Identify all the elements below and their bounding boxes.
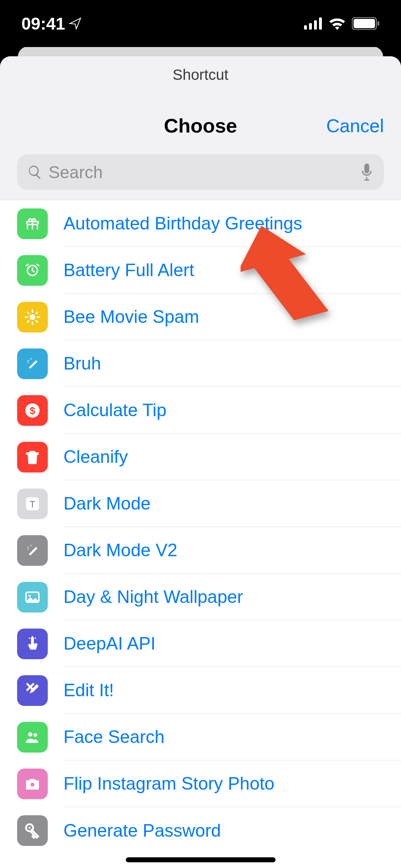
shortcut-item-day-night-wallpaper[interactable]: Day & Night Wallpaper <box>0 574 401 620</box>
shortcut-item-face-search[interactable]: Face Search <box>0 714 401 760</box>
alarm-icon <box>17 255 48 286</box>
shortcut-label: Edit It! <box>63 680 114 701</box>
shortcut-item-automated-birthday[interactable]: Automated Birthday Greetings <box>0 200 401 247</box>
shortcut-item-calculate-tip[interactable]: $ Calculate Tip <box>0 387 401 434</box>
people-icon <box>17 722 48 753</box>
shortcut-item-cleanify[interactable]: Cleanify <box>0 434 401 480</box>
shortcut-label: Bruh <box>63 353 101 374</box>
shortcut-list[interactable]: Automated Birthday Greetings Battery Ful… <box>0 200 401 868</box>
chooser-sheet: Shortcut Choose Cancel Automat <box>0 56 401 868</box>
shortcut-label: Cleanify <box>63 446 128 467</box>
key-icon <box>17 815 48 846</box>
search-container <box>0 154 401 200</box>
wand-icon <box>17 535 48 566</box>
sun-icon <box>17 302 48 332</box>
svg-rect-7 <box>364 164 369 173</box>
photo-icon <box>17 582 48 613</box>
status-right <box>304 17 380 30</box>
search-icon <box>27 164 43 180</box>
tools-icon <box>17 675 48 706</box>
svg-rect-5 <box>354 19 375 28</box>
svg-point-15 <box>29 637 30 639</box>
shortcut-label: DeepAI API <box>63 633 156 654</box>
svg-rect-3 <box>319 17 322 30</box>
cancel-button[interactable]: Cancel <box>326 115 384 136</box>
nav-bar: Choose Cancel <box>0 96 401 154</box>
shortcut-label: Bee Movie Spam <box>63 306 199 327</box>
svg-point-18 <box>28 732 32 737</box>
context-title: Shortcut <box>0 56 401 96</box>
shortcut-item-edit-it[interactable]: Edit It! <box>0 667 401 714</box>
shortcut-label: Battery Full Alert <box>63 260 194 280</box>
shortcut-label: Automated Birthday Greetings <box>63 213 302 234</box>
shortcut-item-dark-mode[interactable]: T Dark Mode <box>0 480 401 527</box>
svg-point-22 <box>29 827 31 829</box>
cellular-icon <box>304 17 323 30</box>
sheet-header: Shortcut Choose Cancel <box>0 56 401 200</box>
wand-icon <box>17 348 48 379</box>
shortcut-item-bruh[interactable]: Bruh <box>0 340 401 387</box>
search-input[interactable] <box>48 162 354 182</box>
svg-rect-2 <box>314 20 317 30</box>
shortcut-label: Dark Mode <box>63 493 151 514</box>
shortcut-item-dark-mode-v2[interactable]: Dark Mode V2 <box>0 527 401 574</box>
shortcut-item-generate-password[interactable]: Generate Password <box>0 807 401 854</box>
home-indicator[interactable] <box>126 857 276 862</box>
svg-text:T: T <box>30 499 35 510</box>
dollar-icon: $ <box>17 395 48 426</box>
camera-icon <box>17 769 48 799</box>
tap-icon <box>17 629 48 659</box>
shortcut-label: Dark Mode V2 <box>63 540 178 560</box>
svg-point-8 <box>30 314 35 320</box>
shortcut-item-bee-movie[interactable]: Bee Movie Spam <box>0 294 401 340</box>
gift-icon <box>17 208 48 239</box>
shortcut-label: Day & Night Wallpaper <box>63 587 243 607</box>
svg-rect-1 <box>309 23 312 30</box>
shortcut-label: Face Search <box>63 727 164 747</box>
wifi-icon <box>328 17 346 30</box>
dictation-icon[interactable] <box>360 164 374 181</box>
svg-point-17 <box>32 636 33 637</box>
shortcut-item-battery-alert[interactable]: Battery Full Alert <box>0 247 401 294</box>
svg-rect-0 <box>304 25 307 30</box>
status-left: 09:41 <box>21 14 82 33</box>
shortcut-label: Flip Instagram Story Photo <box>63 773 274 794</box>
shortcut-label: Generate Password <box>63 820 221 841</box>
location-icon <box>69 17 82 30</box>
svg-point-16 <box>35 637 36 639</box>
shortcut-item-flip-instagram[interactable]: Flip Instagram Story Photo <box>0 760 401 807</box>
page-title: Choose <box>164 114 237 137</box>
search-field[interactable] <box>17 154 384 190</box>
trash-icon <box>17 442 48 472</box>
text-icon: T <box>17 489 48 519</box>
svg-rect-6 <box>377 21 379 26</box>
svg-point-14 <box>29 595 31 597</box>
shortcut-item-deepai[interactable]: DeepAI API <box>0 620 401 667</box>
svg-text:$: $ <box>30 405 35 416</box>
svg-point-20 <box>30 782 35 787</box>
battery-icon <box>352 17 380 30</box>
svg-point-19 <box>34 733 37 737</box>
status-time: 09:41 <box>21 14 65 33</box>
shortcut-label: Calculate Tip <box>63 400 166 420</box>
status-bar: 09:41 <box>0 0 401 47</box>
